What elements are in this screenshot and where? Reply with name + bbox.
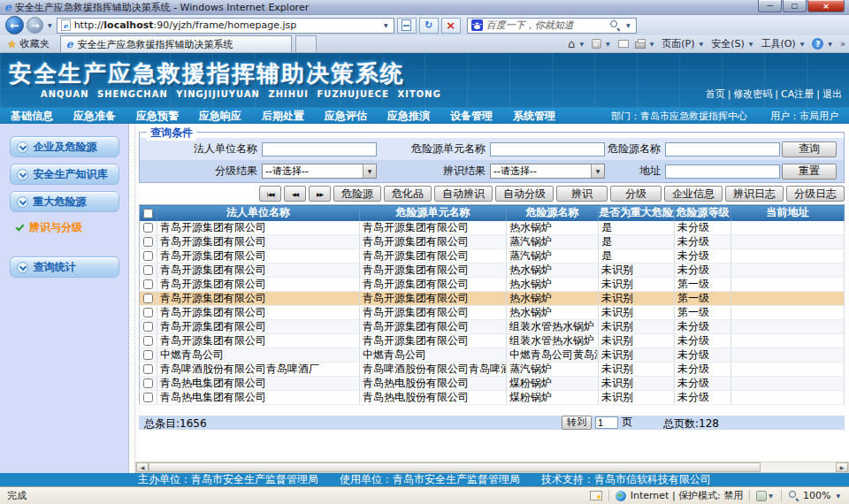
table-row[interactable]: 青岛开源集团有限公司青岛开源集团有限公司热水锅炉未识别第一级 bbox=[140, 278, 845, 292]
row-checkbox[interactable] bbox=[143, 251, 153, 261]
new-tab-stub[interactable] bbox=[295, 35, 317, 52]
active-tab[interactable]: e 安全生产应急救援指挥辅助决策系统 bbox=[60, 35, 292, 52]
menu-basic-info[interactable]: 基础信息 bbox=[5, 109, 68, 124]
close-button[interactable]: × bbox=[807, 0, 845, 12]
favorites-button[interactable]: ★ 收藏夹 bbox=[4, 37, 57, 52]
home-button[interactable]: ⌂▼ bbox=[568, 38, 585, 50]
nav-next-button[interactable]: ▶▶ bbox=[309, 186, 331, 202]
security-report-icon[interactable] bbox=[590, 491, 602, 500]
sidebar-item-enterprise-hazard[interactable]: 企业及危险源 bbox=[10, 136, 119, 157]
maximize-button[interactable]: □ bbox=[783, 0, 807, 12]
table-row[interactable]: 青岛热电集团有限公司青岛热电股份有限公司煤粉锅炉未识别未分级 bbox=[140, 377, 845, 391]
url-field[interactable]: e http://localhost:90/yjzh/frame/homepag… bbox=[57, 18, 394, 34]
link-change-password[interactable]: 修改密码 bbox=[733, 88, 772, 101]
row-checkbox[interactable] bbox=[143, 237, 153, 247]
sidebar-item-major-hazard[interactable]: 重大危险源 bbox=[10, 191, 119, 212]
table-row[interactable]: 中燃青岛公司中燃青岛公司中燃青岛公司黄岛油库锅炉未识别未分级 bbox=[140, 348, 845, 363]
more-commands-chevron[interactable]: » bbox=[840, 39, 845, 49]
read-mail-button[interactable] bbox=[618, 40, 629, 48]
enterprise-info-button[interactable]: 企业信息 bbox=[664, 186, 723, 202]
grade-log-button[interactable]: 分级日志 bbox=[786, 186, 845, 202]
url-dropdown-icon[interactable]: ▼ bbox=[382, 22, 390, 28]
row-checkbox[interactable] bbox=[143, 294, 153, 303]
nav-prev-button[interactable]: ◀◀ bbox=[284, 186, 306, 202]
search-box[interactable]: 百度一下，你就知道 ▼ bbox=[467, 18, 637, 34]
help-menu[interactable]: ?▼ bbox=[812, 38, 834, 50]
search-dropdown-icon[interactable]: ▼ bbox=[624, 22, 632, 28]
menu-post-disposal[interactable]: 后期处置 bbox=[256, 109, 319, 124]
feeds-button[interactable]: ▼ bbox=[592, 39, 612, 49]
sidebar-item-identify-grade[interactable]: 辨识与分级 bbox=[0, 218, 128, 237]
grade-result-select[interactable]: --请选择-- ▼ bbox=[262, 164, 377, 179]
table-row[interactable]: 青岛开源集团有限公司青岛开源集团有限公司组装水管热水锅炉未识别未分级 bbox=[140, 334, 845, 348]
zoom-control[interactable]: 100% ▼ bbox=[788, 490, 842, 501]
row-checkbox[interactable] bbox=[143, 393, 153, 402]
menu-emergency-response[interactable]: 应急响应 bbox=[194, 109, 256, 124]
auto-grade-button[interactable]: 自动分级 bbox=[495, 186, 554, 202]
safety-menu[interactable]: 安全(S)▼ bbox=[711, 37, 754, 50]
menu-emergency-drill[interactable]: 应急推演 bbox=[382, 109, 445, 124]
row-checkbox[interactable] bbox=[143, 223, 153, 233]
row-checkbox[interactable] bbox=[143, 336, 153, 346]
forward-button[interactable]: → bbox=[27, 17, 43, 34]
tools-menu[interactable]: 工具(O)▼ bbox=[761, 37, 806, 50]
table-row[interactable]: 青岛开源集团有限公司青岛开源集团有限公司热水锅炉未识别未分级 bbox=[140, 263, 845, 278]
refresh-button[interactable]: ↻ bbox=[419, 18, 439, 34]
row-checkbox[interactable] bbox=[143, 322, 153, 332]
table-row[interactable]: 青岛开源集团有限公司青岛开源集团有限公司热水锅炉未识别第一级 bbox=[140, 292, 845, 306]
sidebar-item-knowledge-base[interactable]: 安全生产知识库 bbox=[10, 164, 119, 185]
identify-button[interactable]: 辨识 bbox=[556, 186, 608, 202]
page-number-input[interactable] bbox=[595, 416, 618, 429]
hazard-source-button[interactable]: 危险源 bbox=[333, 186, 381, 202]
back-button[interactable]: ← bbox=[5, 16, 24, 34]
identify-log-button[interactable]: 辨识日志 bbox=[725, 186, 784, 202]
link-ca-register[interactable]: CA注册 bbox=[781, 88, 814, 101]
link-home[interactable]: 首页 bbox=[706, 88, 725, 101]
minimize-button[interactable]: — bbox=[758, 0, 782, 12]
protection-icon[interactable] bbox=[756, 491, 767, 501]
table-row[interactable]: 青岛开源集团有限公司青岛开源集团有限公司热水锅炉是未分级 bbox=[140, 221, 845, 235]
reset-button[interactable]: 重置 bbox=[782, 164, 837, 179]
link-logout[interactable]: 退出 bbox=[822, 88, 842, 101]
menu-emergency-warning[interactable]: 应急预警 bbox=[131, 109, 194, 124]
nav-first-button[interactable]: |◀◀ bbox=[259, 186, 281, 202]
address-input[interactable] bbox=[665, 164, 780, 179]
menu-equipment-mgmt[interactable]: 设备管理 bbox=[445, 109, 508, 124]
auto-identify-button[interactable]: 自动辨识 bbox=[434, 186, 493, 202]
corp-name-input[interactable] bbox=[262, 142, 377, 157]
hazard-name-input[interactable] bbox=[665, 142, 780, 157]
scrollbar-track[interactable] bbox=[761, 462, 836, 472]
stop-button[interactable]: × bbox=[441, 18, 461, 34]
table-row[interactable]: 青岛开源集团有限公司青岛开源集团有限公司蒸汽锅炉是未分级 bbox=[140, 249, 845, 263]
menu-emergency-prep[interactable]: 应急准备 bbox=[68, 109, 131, 124]
scroll-right-arrow[interactable]: ▶ bbox=[836, 462, 848, 472]
search-icon[interactable] bbox=[609, 19, 621, 31]
sidebar-item-query-stats[interactable]: 查询统计 bbox=[10, 256, 119, 278]
scroll-left-arrow[interactable]: ◀ bbox=[136, 462, 149, 472]
row-checkbox[interactable] bbox=[143, 265, 153, 275]
compatibility-view-button[interactable] bbox=[397, 18, 417, 34]
search-button[interactable]: 查询 bbox=[782, 141, 837, 157]
row-checkbox[interactable] bbox=[143, 350, 153, 360]
table-row[interactable]: 青岛开源集团有限公司青岛开源集团有限公司热水锅炉未识别第一级 bbox=[140, 306, 845, 320]
scrollbar-thumb[interactable] bbox=[149, 462, 761, 472]
page-menu[interactable]: 页面(P)▼ bbox=[662, 37, 705, 50]
grade-button[interactable]: 分级 bbox=[610, 186, 662, 202]
table-row[interactable]: 青岛开源集团有限公司青岛开源集团有限公司组装水管热水锅炉未识别未分级 bbox=[140, 320, 845, 334]
history-dropdown-icon[interactable]: ▼ bbox=[46, 22, 54, 28]
select-all-checkbox[interactable] bbox=[143, 209, 153, 218]
row-checkbox[interactable] bbox=[143, 279, 153, 289]
row-checkbox[interactable] bbox=[143, 364, 153, 374]
print-button[interactable]: ▼ bbox=[635, 39, 656, 49]
table-row[interactable]: 青岛开源集团有限公司青岛开源集团有限公司蒸汽锅炉是未分级 bbox=[140, 235, 845, 249]
protection-dropdown-icon[interactable]: ▼ bbox=[767, 493, 775, 499]
hazard-unit-input[interactable] bbox=[490, 142, 605, 157]
identify-result-select[interactable]: --请选择-- ▼ bbox=[490, 164, 605, 179]
row-checkbox[interactable] bbox=[143, 308, 153, 317]
hazardous-chem-button[interactable]: 危化品 bbox=[384, 186, 432, 202]
row-checkbox[interactable] bbox=[143, 378, 153, 388]
table-row[interactable]: 青岛热电集团有限公司青岛热电股份有限公司煤粉锅炉未识别未分级 bbox=[140, 391, 845, 405]
table-row[interactable]: 青岛啤酒股份有限公司青岛啤酒厂青岛啤酒股份有限公司青岛啤酒厂蒸汽锅炉未识别未分级 bbox=[140, 363, 845, 377]
menu-emergency-evaluation[interactable]: 应急评估 bbox=[319, 109, 382, 124]
goto-page-button[interactable]: 转到 bbox=[562, 416, 592, 430]
